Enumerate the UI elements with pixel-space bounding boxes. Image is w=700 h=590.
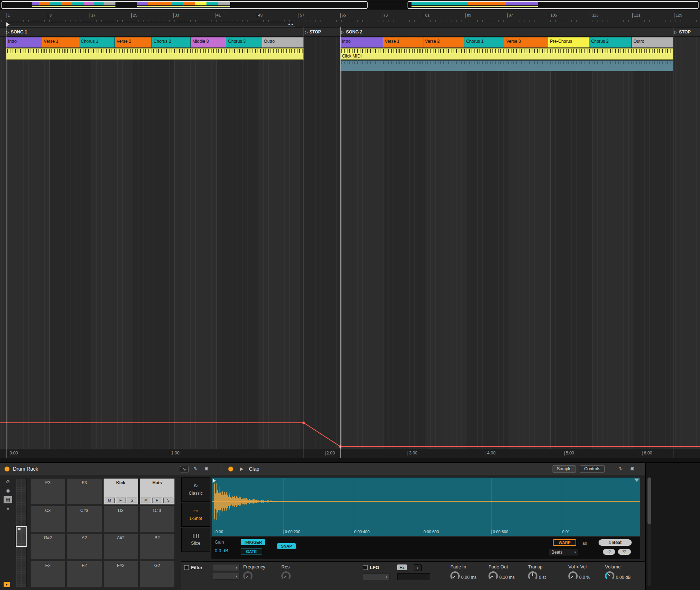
gain-value[interactable]: 0.0 dB [215, 548, 228, 553]
pad-play-icon[interactable]: ▶ [116, 498, 126, 503]
drum-rack-on-toggle[interactable] [4, 466, 10, 472]
filter-slope-select[interactable]: ▾ [213, 573, 240, 580]
volume-value[interactable]: 0.00 dB [616, 575, 631, 581]
loop-brace[interactable]: ◄◄ [6, 22, 295, 27]
drum-pad-f-2[interactable]: F#2 [103, 561, 138, 587]
fold-device-button[interactable]: ▸ [4, 582, 10, 587]
half-tempo-button[interactable]: :2 [603, 549, 615, 555]
vertical-scrollbar[interactable] [647, 477, 651, 586]
pad-view-icon[interactable]: ▤ [4, 496, 12, 503]
automation-breakpoint[interactable] [339, 445, 341, 448]
hot-swap-icon[interactable]: ↻ [191, 466, 200, 472]
section-clip-outro[interactable]: Outro [262, 37, 304, 47]
pad-mute-button[interactable]: M [141, 498, 151, 503]
drum-pad-c3[interactable]: C3 [30, 506, 65, 532]
lfo-rate-field[interactable] [397, 573, 430, 580]
drum-pad-hats[interactable]: HatsM▶S [140, 478, 175, 505]
drum-pad-d3[interactable]: D3 [103, 506, 138, 532]
section-clip-verse-1[interactable]: Verse 1 [383, 37, 423, 47]
warp-button[interactable]: WARP [553, 539, 576, 546]
lfo-hz-button[interactable]: Hz [397, 564, 407, 570]
waveform-display[interactable]: 0:000:00:2000:00:4000:00:6000:00:8000:01 [212, 477, 640, 536]
transpose-knob[interactable] [528, 571, 537, 581]
hot-swap-icon[interactable]: ↻ [617, 466, 625, 472]
macro-wave-icon[interactable]: ∿ [180, 466, 188, 472]
section-clip-chorus-2[interactable]: Chorus 2 [152, 37, 191, 47]
lfo-shape-select[interactable]: ▾ [363, 573, 390, 580]
warp-size-button[interactable]: 1 Beat [599, 539, 632, 546]
drum-pad-e3[interactable]: E3 [30, 478, 65, 505]
filter-checkbox[interactable] [184, 565, 189, 570]
mode-slice-button[interactable]: Slice [181, 528, 210, 552]
section-clip-chorus-3[interactable]: Chorus 3 [226, 37, 262, 47]
audio-clip[interactable] [340, 60, 673, 71]
pad-solo-button[interactable]: S [127, 498, 137, 503]
clap-on-toggle[interactable] [228, 466, 233, 472]
transpose-value[interactable]: 0 st [539, 575, 546, 581]
section-clip-verse-2[interactable]: Verse 2 [423, 37, 464, 47]
section-clip-verse-1[interactable]: Verse 1 [42, 37, 79, 47]
double-tempo-button[interactable]: *2 [618, 549, 631, 555]
section-clip-verse-3[interactable]: Verse 3 [504, 37, 548, 47]
volume-knob[interactable] [605, 571, 614, 581]
automation-breakpoint[interactable] [302, 421, 305, 424]
fade-in-knob[interactable] [450, 571, 460, 581]
drum-pad-b2[interactable]: B2 [140, 533, 175, 560]
bar-ruler[interactable]: ◄◄ 191725334149576573818997105113121129 [0, 12, 700, 27]
drum-pad-c-3[interactable]: C#3 [67, 506, 102, 532]
drum-pad-kick[interactable]: KickM▶S [103, 478, 138, 505]
overview-view-box[interactable] [408, 1, 699, 9]
click-midi-clip[interactable] [6, 48, 304, 60]
tab-controls[interactable]: Controls [580, 465, 605, 473]
drum-pad-d-3[interactable]: D#3 [140, 506, 175, 532]
fade-handle[interactable] [634, 479, 639, 482]
pad-solo-button[interactable]: S [163, 498, 173, 503]
save-preset-icon[interactable]: ▣ [628, 466, 637, 472]
filter-type-select[interactable]: ▾ [213, 564, 240, 571]
snap-button[interactable]: SNAP [277, 543, 296, 549]
drum-pad-f3[interactable]: F3 [67, 478, 102, 505]
drum-pad-g-2[interactable]: G#2 [30, 533, 65, 560]
pad-bank-handle[interactable] [16, 526, 27, 547]
arrangement-grid[interactable] [0, 72, 700, 449]
section-clip-intro[interactable]: Intro [6, 37, 42, 47]
section-clip-intro[interactable]: Intro [340, 37, 383, 47]
section-clip-outro[interactable]: Outro [632, 37, 673, 47]
section-clip-chorus-1[interactable]: Chorus 1 [464, 37, 505, 47]
section-clip-chorus-2[interactable]: Chorus 2 [589, 37, 632, 47]
fade-out-knob[interactable] [488, 571, 498, 581]
mode-one-shot-button[interactable]: ↦ 1-Shot [181, 503, 210, 527]
section-clip-pre-chorus[interactable]: Pre-Chorus [548, 37, 589, 47]
drum-pad-a2[interactable]: A2 [67, 533, 102, 560]
io-routing-icon[interactable]: ⊘ [4, 478, 12, 485]
drum-pad-a-2[interactable]: A#2 [103, 533, 138, 560]
gate-button[interactable]: GATE [241, 548, 262, 555]
time-ruler[interactable]: 0:001:002:003:004:005:006:00 [0, 449, 700, 458]
scroll-arrows-icon[interactable]: ◄◄ [287, 22, 294, 27]
res-knob[interactable] [281, 571, 291, 581]
scrollbar-handle[interactable] [647, 477, 651, 524]
locator-stop[interactable]: ▷STOP [305, 28, 321, 36]
fade-in-value[interactable]: 0.00 ms [461, 575, 477, 581]
mode-classic-button[interactable]: ↻ Classic [181, 477, 210, 502]
overview-strip[interactable] [0, 1, 700, 9]
save-preset-icon[interactable]: ▣ [202, 466, 211, 472]
trigger-button[interactable]: TRIGGER [241, 539, 265, 545]
warp-mode-select[interactable]: Beats ▾ [549, 549, 578, 555]
clap-play-icon[interactable]: ▶ [237, 466, 246, 472]
click-midi-clip[interactable]: Click MIDI [340, 48, 673, 60]
sample-start-marker[interactable] [213, 479, 216, 483]
lfo-checkbox[interactable] [363, 565, 368, 570]
section-clip-middle-8[interactable]: Middle 8 [191, 37, 226, 47]
drum-pad-g2[interactable]: G2 [140, 561, 175, 587]
drum-pad-f2[interactable]: F2 [67, 561, 102, 587]
locator-song-2[interactable]: ▷SONG 2 [341, 28, 362, 36]
vol-vel-value[interactable]: 0.0 % [579, 575, 590, 581]
section-clip-verse-2[interactable]: Verse 2 [115, 37, 152, 47]
pad-bank-overview[interactable] [16, 478, 27, 587]
drum-pad-e2[interactable]: E2 [30, 561, 65, 587]
vol-vel-knob[interactable] [568, 571, 578, 581]
frequency-knob[interactable] [243, 571, 253, 581]
pad-play-icon[interactable]: ▶ [152, 498, 162, 503]
receive-icon[interactable]: ◉ [4, 487, 12, 494]
